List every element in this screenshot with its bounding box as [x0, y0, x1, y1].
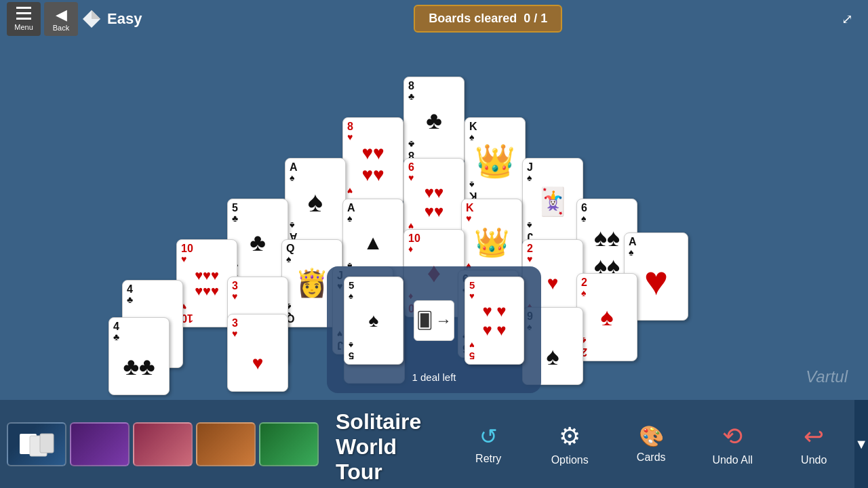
- menu-bar-3: [16, 18, 31, 20]
- menu-label: Menu: [14, 23, 33, 31]
- card-back-icon: 🂠: [416, 311, 433, 330]
- card-8h[interactable]: 8♥ ♥♥♥♥ 8♥: [342, 117, 403, 205]
- deal-cards-row: 5 ♠ ♠ 5 ♠ 🂠 → 5 ♥ ♥ ♥♥ ♥ 5 ♥: [344, 277, 524, 365]
- scroll-down-button[interactable]: ▼: [854, 400, 868, 488]
- game-title-area: Solitaire World Tour: [326, 400, 448, 488]
- back-button[interactable]: ◀ Back: [44, 2, 78, 36]
- thumbnail-green[interactable]: [259, 422, 319, 466]
- game-thumbnails: [0, 400, 326, 488]
- difficulty-logo: Easy: [81, 9, 142, 29]
- header-left: Menu ◀ Back Easy: [7, 2, 142, 36]
- chevron-down-icon: ▼: [854, 436, 868, 452]
- diamond-icon: [81, 9, 102, 29]
- undo-all-icon: ⟲: [722, 422, 743, 451]
- header: Menu ◀ Back Easy Boards cleared 0 / 1 ⤢: [0, 0, 868, 37]
- undo-button[interactable]: ↩ Undo: [773, 415, 854, 473]
- cards-button[interactable]: 🎨 Cards: [610, 418, 692, 470]
- signature: Vartul: [806, 367, 848, 386]
- undo-all-label: Undo All: [712, 454, 753, 466]
- boards-cleared-value: 0 / 1: [524, 12, 547, 26]
- thumbnail-pink[interactable]: [133, 422, 193, 466]
- options-icon: ⚙: [559, 422, 580, 451]
- deal-area: 5 ♠ ♠ 5 ♠ 🂠 → 5 ♥ ♥ ♥♥ ♥ 5 ♥: [327, 266, 541, 393]
- undo-all-button[interactable]: ⟲ Undo All: [692, 415, 773, 473]
- boards-cleared-panel: Boards cleared 0 / 1: [414, 5, 562, 33]
- deal-card-left[interactable]: 5 ♠ ♠ 5 ♠: [344, 277, 403, 365]
- thumbnail-classic[interactable]: [7, 422, 66, 466]
- card-Ks[interactable]: K♠ 👑 K♠: [465, 117, 526, 205]
- bottom-actions: ↺ Retry ⚙ Options 🎨 Cards ⟲ Undo All ↩ U…: [448, 400, 854, 488]
- back-arrow-icon: ◀: [56, 6, 67, 24]
- deal-card-right[interactable]: 5 ♥ ♥ ♥♥ ♥ 5 ♥: [465, 277, 524, 365]
- card-2h2[interactable]: 2♠ ♠ 2♠: [576, 273, 637, 361]
- svg-rect-4: [40, 434, 54, 453]
- undo-label: Undo: [801, 454, 827, 466]
- minimize-button[interactable]: ⤢: [834, 5, 861, 33]
- menu-bar-2: [16, 12, 31, 14]
- card-8c[interactable]: 8♣ ♣ 8♣: [403, 77, 465, 165]
- arrow-right-icon: →: [435, 311, 452, 330]
- retry-button[interactable]: ↺ Retry: [448, 417, 529, 472]
- game-title: Solitaire World Tour: [336, 409, 437, 485]
- deal-arrow-button[interactable]: 🂠 →: [414, 300, 454, 341]
- back-label: Back: [53, 24, 69, 32]
- card-4c2[interactable]: 4♣ ♣♣: [108, 317, 170, 395]
- deal-left-label: 1 deal left: [412, 371, 456, 383]
- thumbnail-purple[interactable]: [70, 422, 130, 466]
- svg-marker-1: [92, 10, 100, 19]
- options-label: Options: [551, 454, 589, 466]
- card-As[interactable]: A♠ ♠ A♠: [285, 158, 346, 246]
- undo-icon: ↩: [804, 422, 824, 451]
- thumbnail-orange[interactable]: [196, 422, 256, 466]
- menu-bar-1: [16, 7, 31, 9]
- menu-button[interactable]: Menu: [7, 2, 41, 36]
- retry-label: Retry: [475, 453, 501, 465]
- options-button[interactable]: ⚙ Options: [529, 415, 610, 473]
- classic-solitaire-icon: [16, 430, 57, 458]
- bottom-bar: Solitaire World Tour ↺ Retry ⚙ Options 🎨…: [0, 400, 868, 488]
- difficulty-label: Easy: [107, 10, 142, 28]
- cards-label: Cards: [637, 451, 666, 464]
- boards-cleared-label: Boards cleared: [429, 12, 517, 26]
- card-Js[interactable]: J♠ 🃏 J♠: [522, 158, 583, 246]
- card-3h2[interactable]: 3♥ ♥: [227, 314, 288, 392]
- cards-icon: 🎨: [639, 424, 664, 448]
- retry-icon: ↺: [479, 424, 498, 449]
